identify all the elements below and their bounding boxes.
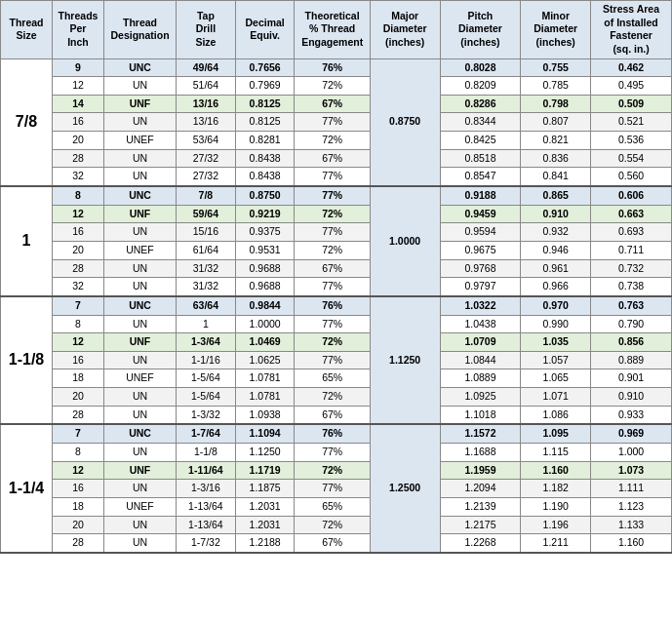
decimal-cell: 1.1719 [235, 461, 295, 480]
decimal-cell: 0.9531 [235, 241, 295, 259]
tap-drill-cell: 15/16 [177, 223, 236, 242]
designation-cell: UN [103, 315, 176, 333]
minor-diameter-cell: 0.785 [521, 77, 591, 96]
pitch-diameter-cell: 0.9797 [440, 278, 521, 296]
tap-drill-cell: 1-1/16 [177, 351, 236, 369]
tpi-cell: 28 [52, 259, 103, 278]
stress-area-cell: 1.133 [591, 516, 672, 534]
tap-drill-cell: 1-3/16 [177, 480, 236, 498]
header-tap-drill: TapDrillSize [177, 1, 236, 59]
tap-drill-cell: 1-5/64 [177, 388, 236, 407]
pct-cell: 72% [295, 205, 370, 223]
pct-cell: 77% [295, 444, 370, 462]
pitch-diameter-cell: 0.8425 [440, 132, 521, 150]
tap-drill-cell: 1-7/32 [177, 534, 236, 553]
pitch-diameter-cell: 0.9459 [440, 205, 521, 223]
decimal-cell: 0.7969 [235, 77, 295, 96]
stress-area-cell: 0.536 [591, 132, 672, 150]
pitch-diameter-cell: 1.0925 [440, 388, 521, 407]
minor-diameter-cell: 0.990 [521, 315, 591, 333]
designation-cell: UN [103, 406, 176, 424]
minor-diameter-cell: 1.065 [521, 369, 591, 388]
header-pitch: PitchDiameter(inches) [440, 1, 521, 59]
header-stress: Stress Areaof InstalledFastener(sq. in.) [591, 1, 672, 59]
decimal-cell: 0.9844 [235, 296, 295, 315]
stress-area-cell: 0.933 [591, 406, 672, 424]
tap-drill-cell: 1-13/64 [177, 516, 236, 534]
tap-drill-cell: 1-3/32 [177, 406, 236, 424]
header-decimal: DecimalEquiv. [235, 1, 295, 59]
designation-cell: UN [103, 77, 176, 96]
tap-drill-cell: 1 [177, 315, 236, 333]
stress-area-cell: 0.462 [591, 58, 672, 77]
pitch-diameter-cell: 0.9768 [440, 259, 521, 278]
decimal-cell: 0.8281 [235, 132, 295, 150]
group-label-1-1-4: 1-1/4 [1, 424, 53, 552]
pct-cell: 77% [295, 113, 370, 132]
designation-cell: UNEF [103, 369, 176, 388]
tpi-cell: 20 [52, 132, 103, 150]
pitch-diameter-cell: 0.8028 [440, 58, 521, 77]
tpi-cell: 18 [52, 497, 103, 516]
stress-area-cell: 0.560 [591, 168, 672, 186]
minor-diameter-cell: 1.086 [521, 406, 591, 424]
tpi-cell: 8 [52, 186, 103, 205]
designation-cell: UN [103, 388, 176, 407]
decimal-cell: 0.8750 [235, 186, 295, 205]
stress-area-cell: 0.495 [591, 77, 672, 96]
pitch-diameter-cell: 1.0438 [440, 315, 521, 333]
designation-cell: UNEF [103, 497, 176, 516]
stress-area-cell: 0.732 [591, 259, 672, 278]
pitch-diameter-cell: 1.2268 [440, 534, 521, 553]
tpi-cell: 28 [52, 149, 103, 168]
pct-cell: 67% [295, 259, 370, 278]
designation-cell: UN [103, 516, 176, 534]
pct-cell: 67% [295, 95, 370, 113]
designation-cell: UNEF [103, 132, 176, 150]
pitch-diameter-cell: 1.1959 [440, 461, 521, 480]
minor-diameter-cell: 0.946 [521, 241, 591, 259]
tap-drill-cell: 53/64 [177, 132, 236, 150]
stress-area-cell: 0.693 [591, 223, 672, 242]
group-label-7-8: 7/8 [1, 58, 53, 186]
decimal-cell: 0.9375 [235, 223, 295, 242]
tpi-cell: 7 [52, 424, 103, 443]
header-pct-thread: Theoretical% ThreadEngagement [295, 1, 370, 59]
minor-diameter-cell: 1.115 [521, 444, 591, 462]
pitch-diameter-cell: 0.8344 [440, 113, 521, 132]
header-designation: ThreadDesignation [103, 1, 176, 59]
designation-cell: UN [103, 480, 176, 498]
decimal-cell: 1.0938 [235, 406, 295, 424]
pct-cell: 72% [295, 461, 370, 480]
stress-area-cell: 1.111 [591, 480, 672, 498]
header-tpi: ThreadsPerInch [52, 1, 103, 59]
tap-drill-cell: 1-3/64 [177, 333, 236, 352]
designation-cell: UN [103, 534, 176, 553]
pct-cell: 67% [295, 406, 370, 424]
stress-area-cell: 1.000 [591, 444, 672, 462]
stress-area-cell: 1.160 [591, 534, 672, 553]
pitch-diameter-cell: 1.2139 [440, 497, 521, 516]
pct-cell: 77% [295, 351, 370, 369]
stress-area-cell: 0.889 [591, 351, 672, 369]
tpi-cell: 20 [52, 388, 103, 407]
tpi-cell: 18 [52, 369, 103, 388]
pct-cell: 76% [295, 424, 370, 443]
minor-diameter-cell: 0.755 [521, 58, 591, 77]
designation-cell: UNF [103, 95, 176, 113]
minor-diameter-cell: 0.865 [521, 186, 591, 205]
minor-diameter-cell: 1.095 [521, 424, 591, 443]
tpi-cell: 8 [52, 315, 103, 333]
tap-drill-cell: 27/32 [177, 149, 236, 168]
pct-cell: 65% [295, 497, 370, 516]
pitch-diameter-cell: 0.8286 [440, 95, 521, 113]
tpi-cell: 28 [52, 406, 103, 424]
minor-diameter-cell: 0.932 [521, 223, 591, 242]
designation-cell: UN [103, 259, 176, 278]
stress-area-cell: 0.763 [591, 296, 672, 315]
pct-cell: 72% [295, 333, 370, 352]
minor-diameter-cell: 0.798 [521, 95, 591, 113]
tpi-cell: 16 [52, 480, 103, 498]
tpi-cell: 16 [52, 223, 103, 242]
designation-cell: UN [103, 351, 176, 369]
